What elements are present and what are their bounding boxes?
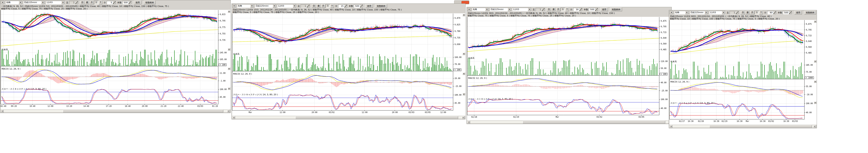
symbol-combo[interactable]: 日経225mini▼: [254, 4, 276, 8]
chart-canvas[interactable]: [467, 17, 672, 120]
dropdown-arrow-icon: ▼: [467, 8, 471, 11]
dropdown-arrow-icon: ▼: [293, 4, 296, 7]
scroll-left-button[interactable]: ◄: [232, 116, 235, 119]
period-button-3[interactable]: 分: [326, 4, 330, 8]
h-scrollbar[interactable]: ◄►: [1, 110, 230, 112]
period-button-2[interactable]: 月: [750, 11, 754, 14]
combo-value: 先物: [472, 8, 485, 11]
chart-canvas[interactable]: [1, 10, 230, 109]
bar-interval-stepper[interactable]: 1: [730, 11, 739, 14]
scroll-thumb[interactable]: [295, 116, 458, 119]
period-button-2[interactable]: 月: [321, 4, 326, 8]
bar-count-stepper[interactable]: 500: [122, 1, 132, 4]
chart-tool-combo[interactable]: ▼: [232, 4, 236, 8]
minutes-stepper[interactable]: 15: [338, 4, 347, 8]
scroll-right-button[interactable]: ►: [462, 116, 465, 119]
scroll-left-button[interactable]: ◄: [1, 110, 4, 113]
symbol-combo[interactable]: 日経225mini▼: [23, 1, 45, 4]
multi-symbol-button[interactable]: 複数銘柄: [144, 1, 156, 4]
chart-canvas[interactable]: [232, 13, 465, 116]
h-scrollbar[interactable]: ◄►: [670, 125, 816, 128]
apply-button[interactable]: 適用: [600, 7, 608, 11]
bar-count-stepper[interactable]: 500: [783, 11, 792, 14]
apply-button[interactable]: 適用: [134, 1, 142, 4]
apply-button[interactable]: 適用: [365, 4, 373, 8]
minutes-stepper[interactable]: 5: [107, 1, 116, 4]
h-scrollbar[interactable]: ◄►: [467, 120, 671, 123]
scroll-thumb[interactable]: [523, 121, 665, 124]
scroll-right-button[interactable]: ►: [813, 125, 816, 128]
contract-combo[interactable]: 12/03▼: [709, 11, 725, 14]
category-combo[interactable]: 先物▼: [5, 1, 22, 4]
period-button-4[interactable]: T: [330, 4, 334, 8]
stepper-icon[interactable]: [541, 8, 545, 11]
stepper-icon[interactable]: [360, 5, 363, 7]
bar-count-stepper[interactable]: 500: [354, 4, 363, 8]
scroll-left-button[interactable]: ◄: [467, 121, 470, 124]
minutes-stepper[interactable]: 30: [573, 8, 583, 11]
category-combo[interactable]: 先物▼: [237, 4, 254, 8]
period-button-0[interactable]: 日: [547, 8, 551, 11]
multi-symbol-button[interactable]: 複数銘柄: [804, 11, 816, 14]
period-button-2[interactable]: 月: [89, 1, 94, 4]
minutes-stepper[interactable]: 60: [767, 11, 776, 14]
stepper-value: 1: [69, 1, 75, 4]
symbol-combo[interactable]: 日経225mini▼: [689, 11, 708, 14]
bar-interval-stepper[interactable]: 1: [301, 4, 310, 8]
symbol-combo[interactable]: 日経225mini▼: [490, 8, 511, 11]
category-combo[interactable]: 先物▼: [472, 8, 489, 11]
dropdown-arrow-icon: ▼: [19, 1, 22, 4]
contract-combo[interactable]: 12/03▼: [277, 4, 297, 8]
contract-combo[interactable]: 12/03▼: [512, 8, 531, 11]
period-button-3[interactable]: 分: [754, 11, 759, 14]
bar-type-label: 足: [533, 8, 535, 11]
period-button-group: 日週月分T: [547, 8, 569, 11]
stepper-icon[interactable]: [595, 8, 598, 11]
period-button-0[interactable]: 日: [741, 11, 745, 14]
period-button-3[interactable]: 分: [561, 8, 565, 11]
apply-button[interactable]: 適用: [794, 11, 802, 14]
period-button-group: 日週月分T: [741, 11, 763, 14]
multi-symbol-button[interactable]: 複数銘柄: [610, 7, 622, 11]
stepper-icon[interactable]: [773, 11, 776, 14]
chart-tool-combo[interactable]: ▼: [1, 1, 4, 4]
indicator-legend: 日経225mini 12/03( 60分, 2012/02/24 - 2012/…: [669, 15, 817, 20]
multi-symbol-button[interactable]: 複数銘柄: [375, 4, 387, 8]
period-button-4[interactable]: T: [759, 11, 763, 14]
stepper-icon[interactable]: [307, 5, 310, 7]
period-button-4[interactable]: T: [99, 1, 102, 4]
chart-canvas[interactable]: [670, 20, 817, 125]
scroll-thumb[interactable]: [63, 110, 223, 113]
stepper-icon[interactable]: [128, 1, 131, 4]
stepper-icon[interactable]: [736, 11, 739, 14]
stepper-icon[interactable]: [789, 11, 792, 14]
chart-tool-combo[interactable]: ▼: [467, 8, 471, 11]
bar-count-stepper[interactable]: 500: [589, 8, 598, 11]
chart-tool-combo[interactable]: ▼: [670, 11, 673, 14]
scroll-thumb[interactable]: [709, 125, 812, 128]
bar-interval-stepper[interactable]: 1: [69, 1, 79, 4]
stepper-icon[interactable]: [344, 5, 347, 7]
contract-combo[interactable]: 12/03▼: [45, 1, 65, 4]
period-button-1[interactable]: 週: [316, 4, 321, 8]
combo-value: 日経225mini: [490, 8, 508, 11]
period-button-3[interactable]: 分: [94, 1, 98, 4]
bar-interval-stepper[interactable]: 1: [536, 8, 545, 11]
minutes-label: 分: [335, 5, 337, 7]
stepper-value: 30: [574, 8, 579, 11]
dropdown-arrow-icon: ▼: [705, 11, 708, 14]
stepper-icon[interactable]: [579, 8, 582, 11]
h-scrollbar[interactable]: ◄►: [232, 116, 465, 119]
scroll-right-button[interactable]: ►: [227, 110, 230, 113]
period-button-1[interactable]: 週: [85, 1, 89, 4]
period-button-0[interactable]: 日: [312, 4, 316, 8]
period-button-2[interactable]: 月: [556, 8, 560, 11]
stepper-icon[interactable]: [75, 1, 78, 4]
scroll-left-button[interactable]: ◄: [670, 125, 673, 128]
stepper-icon[interactable]: [113, 1, 116, 4]
category-combo[interactable]: 先物▼: [674, 11, 689, 14]
period-button-0[interactable]: 日: [80, 1, 85, 4]
period-button-1[interactable]: 週: [551, 8, 556, 11]
period-button-1[interactable]: 週: [745, 11, 750, 14]
period-button-4[interactable]: T: [565, 8, 569, 11]
